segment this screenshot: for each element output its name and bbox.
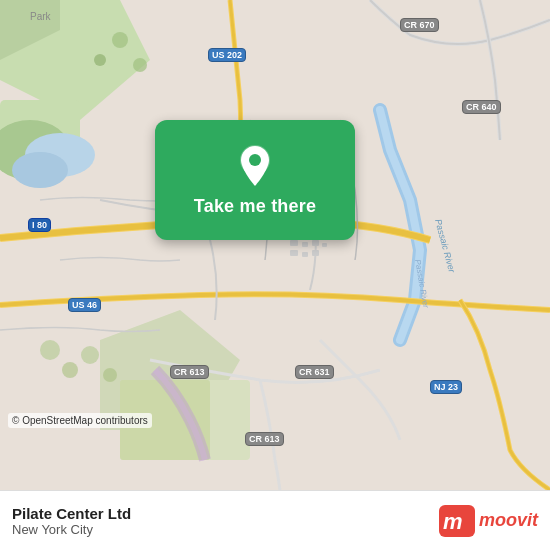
svg-point-20 bbox=[112, 32, 128, 48]
moovit-text-label: moovit bbox=[479, 510, 538, 531]
location-pin-icon bbox=[237, 144, 273, 188]
svg-point-22 bbox=[133, 58, 147, 72]
svg-rect-12 bbox=[290, 240, 298, 246]
svg-point-8 bbox=[12, 152, 68, 188]
take-me-there-button[interactable]: Take me there bbox=[155, 120, 355, 240]
svg-text:Park: Park bbox=[30, 11, 52, 22]
svg-rect-13 bbox=[302, 242, 308, 247]
svg-point-29 bbox=[249, 154, 261, 166]
location-title: Pilate Center Ltd bbox=[12, 505, 131, 522]
svg-point-26 bbox=[103, 368, 117, 382]
svg-rect-18 bbox=[312, 250, 319, 256]
svg-point-21 bbox=[94, 54, 106, 66]
road-badge-cr640: CR 640 bbox=[462, 100, 501, 114]
road-badge-cr670: CR 670 bbox=[400, 18, 439, 32]
info-bar: Pilate Center Ltd New York City m moovit bbox=[0, 490, 550, 550]
svg-point-23 bbox=[40, 340, 60, 360]
svg-rect-16 bbox=[290, 250, 298, 256]
road-badge-us202: US 202 bbox=[208, 48, 246, 62]
svg-point-24 bbox=[62, 362, 78, 378]
svg-rect-15 bbox=[322, 243, 327, 247]
svg-rect-14 bbox=[312, 240, 319, 246]
svg-text:m: m bbox=[443, 509, 463, 534]
road-badge-us46: US 46 bbox=[68, 298, 101, 312]
location-info: Pilate Center Ltd New York City bbox=[12, 505, 131, 537]
osm-attribution: © OpenStreetMap contributors bbox=[8, 413, 152, 428]
svg-rect-17 bbox=[302, 252, 308, 257]
moovit-logo: m moovit bbox=[439, 505, 538, 537]
map-container: Passaic River P bbox=[0, 0, 550, 490]
location-subtitle: New York City bbox=[12, 522, 131, 537]
take-me-there-label: Take me there bbox=[194, 196, 316, 217]
svg-point-25 bbox=[81, 346, 99, 364]
road-badge-cr631: CR 631 bbox=[295, 365, 334, 379]
moovit-icon: m bbox=[439, 505, 475, 537]
road-badge-cr613b: CR 613 bbox=[245, 432, 284, 446]
road-badge-i80: I 80 bbox=[28, 218, 51, 232]
road-badge-cr613a: CR 613 bbox=[170, 365, 209, 379]
road-badge-nj23: NJ 23 bbox=[430, 380, 462, 394]
